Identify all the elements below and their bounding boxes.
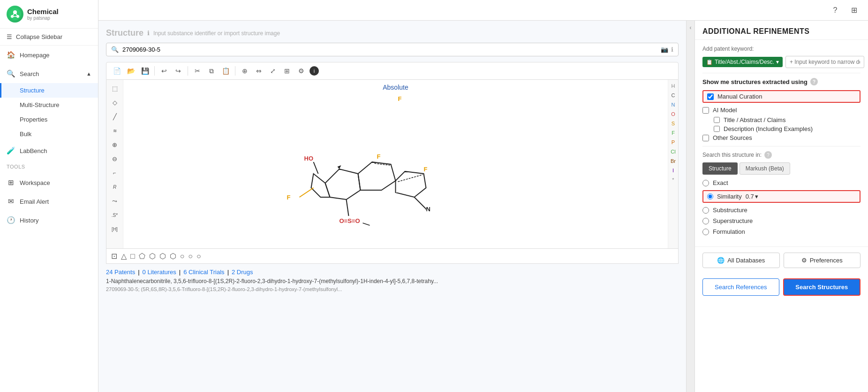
sidebar-nav: 🏠 Homepage 🔍 Search ▲ Structure Multi-St… xyxy=(0,46,98,392)
info-icon-bar[interactable]: ℹ xyxy=(671,46,673,53)
camera-icon[interactable]: 📷 xyxy=(661,46,668,53)
bond-tool[interactable]: ╱ xyxy=(108,110,121,123)
grab-tool[interactable]: ⊡ xyxy=(111,252,117,261)
similarity-dropdown-arrow[interactable]: ▾ xyxy=(755,193,758,200)
paste-btn[interactable]: 📋 xyxy=(220,65,231,77)
right-panel-toggle[interactable]: ‹ xyxy=(686,21,694,392)
label-o[interactable]: O xyxy=(670,110,676,118)
label-star[interactable]: * xyxy=(671,176,675,184)
zoom-out-tool[interactable]: ⊖ xyxy=(108,152,121,165)
zoom-fit-btn[interactable]: ⊕ xyxy=(239,65,250,77)
grid-button[interactable]: ⊞ xyxy=(847,4,860,17)
globe-icon: 🌐 xyxy=(717,257,725,264)
save-btn[interactable]: 💾 xyxy=(139,65,151,77)
superstructure-radio[interactable] xyxy=(702,218,709,224)
formulation-radio[interactable] xyxy=(702,229,709,235)
circle5-tool[interactable]: ○ xyxy=(180,252,185,261)
manual-curation-checkbox[interactable] xyxy=(707,93,714,100)
search-references-button[interactable]: Search References xyxy=(702,278,779,296)
properties-label: Properties xyxy=(20,116,47,123)
sidebar-item-labbench[interactable]: 🧪 LabBench xyxy=(0,141,98,160)
r-group-tool[interactable]: R xyxy=(108,180,121,193)
circle7-tool[interactable]: ○ xyxy=(196,252,201,261)
svg-text:F: F xyxy=(287,194,291,201)
atom-tool[interactable]: [H] xyxy=(108,223,121,236)
label-p[interactable]: P xyxy=(671,138,676,146)
manual-curation-label: Manual Curation xyxy=(717,93,762,100)
similarity-radio[interactable] xyxy=(707,193,713,200)
octagon-tool[interactable]: ⬡ xyxy=(170,252,176,261)
collapse-label: Collapse Sidebar xyxy=(16,33,62,40)
grid-toggle-btn[interactable]: ⊞ xyxy=(281,65,293,77)
label-c[interactable]: C xyxy=(671,91,676,100)
literatures-link[interactable]: 0 Literatures xyxy=(143,269,176,276)
structure-search-bar[interactable]: 🔍 📷 ℹ xyxy=(106,43,679,56)
bracket-tool[interactable]: ⌐ xyxy=(108,166,121,179)
select-tool[interactable]: ⬚ xyxy=(108,82,121,95)
label-s[interactable]: S xyxy=(671,119,676,128)
sidebar-item-workspace[interactable]: ⊞ Workspace xyxy=(0,173,98,192)
redo-btn[interactable]: ↪ xyxy=(173,65,184,77)
tab-structure[interactable]: Structure xyxy=(702,162,738,175)
molecule-canvas[interactable]: Absolute F xyxy=(123,80,668,248)
svg-line-18 xyxy=(415,197,426,209)
sidebar-item-multi-structure[interactable]: Multi-Structure xyxy=(0,98,98,112)
undo-btn[interactable]: ↩ xyxy=(159,65,170,77)
label-h[interactable]: H xyxy=(671,82,676,90)
triangle-tool[interactable]: △ xyxy=(121,252,127,261)
sidebar-item-bulk[interactable]: Bulk xyxy=(0,127,98,141)
similarity-label: Similarity xyxy=(717,193,742,200)
search-structures-button[interactable]: Search Structures xyxy=(783,278,861,296)
tab-markush[interactable]: Markush (Beta) xyxy=(740,162,790,175)
square-tool[interactable]: □ xyxy=(130,252,135,261)
structure-search-input[interactable] xyxy=(122,46,657,53)
keyword-input[interactable] xyxy=(785,56,864,68)
settings-btn[interactable]: ⚙ xyxy=(295,65,307,77)
show-structures-help-icon[interactable]: ? xyxy=(810,78,818,85)
zoom-in-tool[interactable]: ⊕ xyxy=(108,138,121,151)
heptagon-tool[interactable]: ⬡ xyxy=(159,252,166,261)
description-checkbox[interactable] xyxy=(714,126,720,132)
logo-title: Chemical xyxy=(27,8,59,15)
flip-btn[interactable]: ⇔ xyxy=(253,65,264,77)
patents-link[interactable]: 24 Patents xyxy=(106,269,135,276)
cut-btn[interactable]: ✂ xyxy=(192,65,203,77)
label-n[interactable]: N xyxy=(671,100,676,109)
title-abstract-checkbox[interactable] xyxy=(714,117,720,123)
sidebar-item-structure[interactable]: Structure xyxy=(0,83,98,98)
info-btn[interactable]: i xyxy=(309,66,319,76)
open-btn[interactable]: 📂 xyxy=(125,65,136,77)
search-in-help-icon[interactable]: ? xyxy=(764,151,772,159)
collapse-sidebar-button[interactable]: ☰ Collapse Sidebar xyxy=(0,29,98,46)
label-f[interactable]: F xyxy=(671,129,676,137)
label-cl[interactable]: Cl xyxy=(670,147,676,156)
circle6-tool[interactable]: ○ xyxy=(188,252,193,261)
exact-radio[interactable] xyxy=(702,180,709,186)
preferences-button[interactable]: ⚙ Preferences xyxy=(784,253,861,268)
label-i[interactable]: I xyxy=(672,166,675,175)
copy-btn[interactable]: ⧉ xyxy=(206,65,217,77)
other-sources-row: Other Sources xyxy=(702,134,860,141)
ai-model-checkbox[interactable] xyxy=(702,107,709,114)
trials-link[interactable]: 6 Clinical Trials xyxy=(183,269,224,276)
new-btn[interactable]: 📄 xyxy=(111,65,122,77)
keyword-scope-dropdown[interactable]: 📋 Title/Abst./Claims/Desc. ▾ xyxy=(702,57,783,67)
chain-tool[interactable]: ≋ xyxy=(108,124,121,137)
substructure-radio[interactable] xyxy=(702,207,709,214)
rotate-btn[interactable]: ⤢ xyxy=(267,65,279,77)
sidebar-item-properties[interactable]: Properties xyxy=(0,112,98,127)
drugs-link[interactable]: 2 Drugs xyxy=(232,269,253,276)
reaction-tool[interactable]: ⤳ xyxy=(108,194,121,208)
other-sources-checkbox[interactable] xyxy=(702,135,709,141)
sidebar-item-email-alert[interactable]: ✉ Email Alert xyxy=(0,192,98,211)
sidebar-item-search[interactable]: 🔍 Search ▲ xyxy=(0,64,98,83)
sidebar-item-homepage[interactable]: 🏠 Homepage xyxy=(0,46,98,64)
sidebar-item-history[interactable]: 🕐 History xyxy=(0,211,98,230)
hexagon-tool[interactable]: ⬡ xyxy=(149,252,156,261)
help-button[interactable]: ? xyxy=(829,4,842,17)
sgroup-tool[interactable]: .S* xyxy=(108,208,121,222)
erase-tool[interactable]: ◇ xyxy=(108,96,121,109)
pentagon-tool[interactable]: ⬠ xyxy=(139,252,145,261)
label-br[interactable]: Br xyxy=(670,157,677,165)
all-databases-button[interactable]: 🌐 All Databases xyxy=(702,253,780,268)
